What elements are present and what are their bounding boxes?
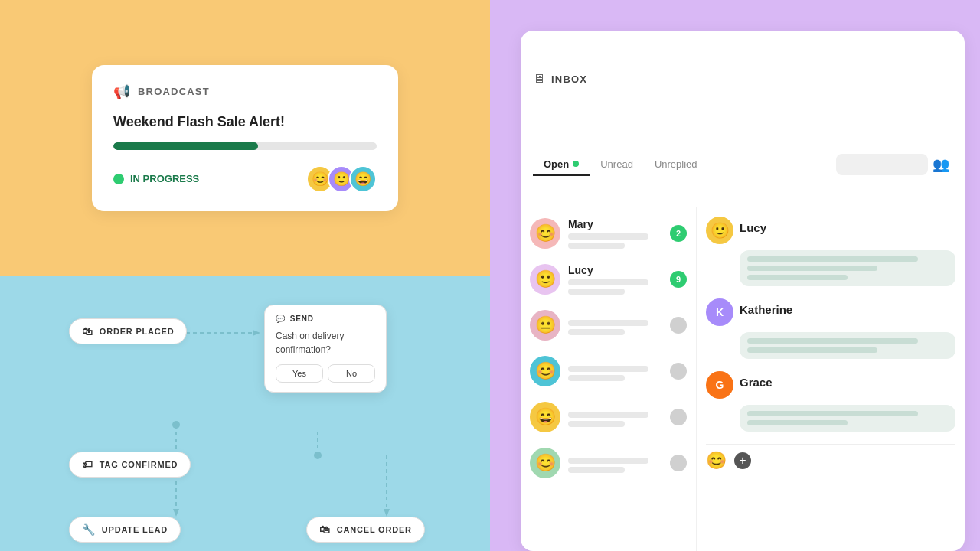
- conv-preview-mary: [568, 233, 662, 249]
- tab-open[interactable]: Open: [533, 154, 590, 176]
- emoji-button[interactable]: 😊: [706, 451, 727, 471]
- conversation-item-lucy[interactable]: 🙂 Lucy 9: [521, 256, 696, 302]
- shopify-icon-cancel: 🛍: [319, 523, 331, 536]
- conversation-item-4[interactable]: 😊: [521, 348, 696, 394]
- avatar-6: 😊: [530, 448, 560, 478]
- node-cancel-label: CANCEL ORDER: [337, 525, 412, 534]
- broadcast-card: 📢 BROADCAST Weekend Flash Sale Alert! IN…: [92, 65, 398, 211]
- node-tag-label: TAG CONFIRMED: [100, 460, 178, 469]
- status-dot: [113, 174, 124, 184]
- node-order-label: ORDER PLACED: [100, 327, 175, 336]
- tab-unread[interactable]: Unread: [590, 154, 644, 176]
- chat-lucy-header: 🙂 Lucy: [706, 217, 956, 244]
- broadcast-header: 📢 BROADCAST: [113, 83, 377, 100]
- avatar-3: 😄: [349, 165, 377, 193]
- conv-body-3: [568, 315, 662, 335]
- chat-name-katherine: Katherine: [740, 303, 792, 316]
- conv-preview-3: [568, 315, 662, 335]
- chat-grace-header: G Grace: [706, 371, 956, 399]
- conv-body-mary: Mary: [568, 218, 662, 249]
- inbox-panel: 🖥 INBOX Open Unread Unreplied 👥: [521, 31, 965, 551]
- avatar-mary: 😊: [530, 218, 560, 249]
- status-badge: IN PROGRESS: [113, 173, 199, 184]
- conv-badge-4: [670, 363, 687, 380]
- conv-badge-5: [670, 409, 687, 425]
- node-update-lead[interactable]: 🔧 UPDATE LEAD: [69, 517, 181, 543]
- avatar-4: 😊: [530, 356, 560, 386]
- conv-name-lucy: Lucy: [568, 264, 662, 276]
- chat-bubble-lucy-1: [740, 250, 956, 286]
- conv-preview-4: [568, 361, 662, 381]
- tag-icon: 🏷: [82, 458, 93, 471]
- conv-preview-5: [568, 407, 662, 427]
- tab-open-label: Open: [544, 158, 569, 170]
- chat-katherine: K Katherine: [706, 298, 956, 359]
- svg-marker-7: [173, 509, 179, 517]
- send-icon: 💬: [276, 315, 286, 323]
- conversation-list: 😊 Mary 2 🙂 Lucy: [521, 207, 697, 551]
- button-no[interactable]: No: [328, 364, 375, 383]
- conv-body-4: [568, 361, 662, 381]
- conversation-item-mary[interactable]: 😊 Mary 2: [521, 210, 696, 256]
- open-dot: [573, 161, 579, 167]
- conversation-item-6[interactable]: 😊: [521, 440, 696, 486]
- chat-avatar-katherine: K: [706, 298, 733, 326]
- status-text: IN PROGRESS: [130, 173, 199, 184]
- progress-bar-background: [113, 142, 377, 150]
- node-order-placed[interactable]: 🛍 ORDER PLACED: [69, 318, 187, 344]
- send-label: SEND: [290, 315, 314, 323]
- broadcast-footer: IN PROGRESS 😊 🙂 😄: [113, 165, 377, 193]
- svg-marker-1: [253, 330, 260, 336]
- group-icon[interactable]: 👥: [933, 156, 949, 173]
- avatar-5: 😄: [530, 402, 560, 432]
- conv-badge-mary: 2: [670, 225, 687, 242]
- svg-marker-9: [384, 509, 390, 517]
- inbox-title: INBOX: [551, 73, 587, 85]
- chat-bubble-grace-1: [740, 405, 956, 432]
- conv-name-mary: Mary: [568, 218, 662, 230]
- send-popup-buttons: Yes No: [276, 364, 375, 383]
- chat-bubble-katherine-1: [740, 332, 956, 359]
- send-popup-text: Cash on delivery confirmation?: [276, 329, 375, 357]
- tab-unreplied[interactable]: Unreplied: [644, 154, 708, 176]
- workflow-quadrant: 🛍 ORDER PLACED 💬 SEND Cash on delivery c…: [0, 276, 490, 551]
- button-yes[interactable]: Yes: [276, 364, 323, 383]
- avatars-group: 😊 🙂 😄: [306, 165, 377, 193]
- svg-point-4: [172, 421, 180, 429]
- node-send-popup: 💬 SEND Cash on delivery confirmation? Ye…: [264, 305, 387, 393]
- inbox-search-bar[interactable]: [836, 154, 928, 175]
- svg-point-5: [314, 452, 322, 459]
- chat-avatar-grace: G: [706, 371, 733, 399]
- chat-katherine-header: K Katherine: [706, 298, 956, 326]
- avatar-lucy: 🙂: [530, 264, 560, 295]
- conv-badge-3: [670, 317, 687, 334]
- conversation-item-3[interactable]: 😐: [521, 302, 696, 348]
- chat-lucy: 🙂 Lucy: [706, 217, 956, 286]
- node-update-label: UPDATE LEAD: [102, 525, 168, 534]
- node-tag-confirmed[interactable]: 🏷 TAG CONFIRMED: [69, 452, 191, 478]
- inbox-quadrant: 🖥 INBOX Open Unread Unreplied 👥: [490, 0, 980, 551]
- tab-unread-label: Unread: [600, 158, 633, 170]
- conv-body-lucy: Lucy: [568, 264, 662, 295]
- conv-badge-6: [670, 455, 687, 471]
- workflow-area: 🛍 ORDER PLACED 💬 SEND Cash on delivery c…: [31, 291, 459, 536]
- broadcast-message: Weekend Flash Sale Alert!: [113, 114, 377, 130]
- send-popup-header: 💬 SEND: [276, 315, 375, 323]
- conv-body-6: [568, 453, 662, 473]
- shopify-icon-order: 🛍: [82, 325, 93, 337]
- conversation-item-5[interactable]: 😄: [521, 394, 696, 440]
- node-cancel-order[interactable]: 🛍 CANCEL ORDER: [306, 517, 425, 543]
- add-button[interactable]: +: [734, 452, 751, 469]
- conv-preview-lucy: [568, 279, 662, 295]
- broadcast-icon: 📢: [113, 83, 130, 100]
- conv-badge-lucy: 9: [670, 271, 687, 288]
- chat-grace: G Grace: [706, 371, 956, 432]
- chat-name-grace: Grace: [740, 376, 773, 389]
- avatar-3: 😐: [530, 310, 560, 341]
- conv-body-5: [568, 407, 662, 427]
- progress-bar-fill: [113, 142, 258, 150]
- broadcast-quadrant: 📢 BROADCAST Weekend Flash Sale Alert! IN…: [0, 0, 490, 276]
- tab-unreplied-label: Unreplied: [655, 158, 697, 170]
- chat-avatar-lucy: 🙂: [706, 217, 733, 244]
- chat-view: 🙂 Lucy K Katherine: [697, 207, 965, 551]
